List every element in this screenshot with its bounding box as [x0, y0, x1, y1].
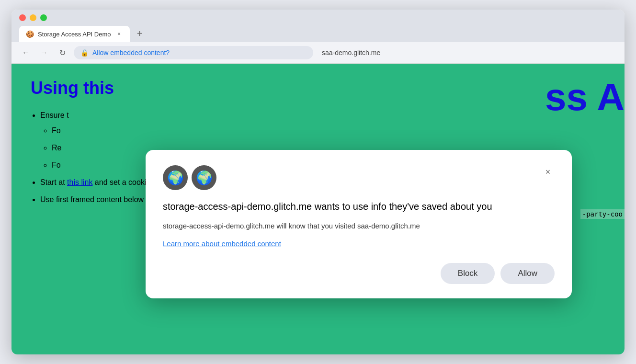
- traffic-lights: [19, 14, 617, 21]
- minimize-button[interactable]: [30, 14, 36, 21]
- nav-bar: ← → ↻ 🔒 Allow embedded content? saa-demo…: [11, 42, 625, 64]
- browser-window: 🍪 Storage Access API Demo × + ← → ↻ 🔒 Al…: [11, 10, 625, 354]
- dialog-description: storage-access-api-demo.glitch.me will k…: [163, 221, 555, 232]
- dialog-title: storage-access-api-demo.glitch.me wants …: [163, 200, 555, 213]
- page-content: Using this Ensure t Fo Re Fo Start at th…: [11, 64, 625, 354]
- tab-title: Storage Access API Demo: [38, 31, 111, 38]
- title-bar: 🍪 Storage Access API Demo × +: [11, 10, 625, 42]
- dialog-close-button[interactable]: ×: [541, 165, 555, 179]
- address-bar[interactable]: 🔒 Allow embedded content?: [74, 46, 313, 59]
- active-tab[interactable]: 🍪 Storage Access API Demo ×: [19, 26, 130, 42]
- block-button[interactable]: Block: [441, 263, 495, 284]
- back-button[interactable]: ←: [19, 46, 33, 59]
- maximize-button[interactable]: [40, 14, 47, 21]
- allow-button[interactable]: Allow: [500, 263, 555, 284]
- dialog-icons: 🌍 🌍: [163, 165, 216, 190]
- globe-icon-2: 🌍: [192, 165, 216, 190]
- reload-button[interactable]: ↻: [56, 46, 69, 59]
- permission-text: Allow embedded content?: [92, 49, 170, 57]
- dialog-header: 🌍 🌍 ×: [163, 165, 555, 190]
- tabs-row: 🍪 Storage Access API Demo × +: [19, 26, 617, 42]
- learn-more-link[interactable]: Learn more about embedded content: [163, 239, 555, 248]
- address-url: saa-demo.glitch.me: [322, 49, 380, 57]
- globe-icon-1: 🌍: [163, 165, 188, 190]
- close-button[interactable]: [19, 14, 26, 21]
- tab-favicon: 🍪: [26, 30, 34, 38]
- permission-dialog: 🌍 🌍 × storage-access-api-demo.glitch.me …: [146, 150, 572, 298]
- new-tab-button[interactable]: +: [132, 26, 147, 41]
- dialog-actions: Block Allow: [163, 263, 555, 284]
- address-bar-lock-icon: 🔒: [80, 49, 89, 57]
- forward-button[interactable]: →: [37, 46, 51, 59]
- tab-close-button[interactable]: ×: [114, 30, 123, 38]
